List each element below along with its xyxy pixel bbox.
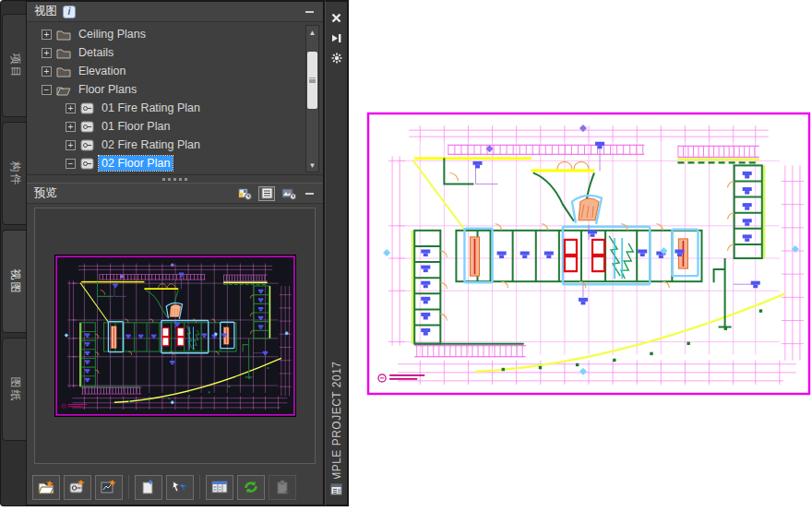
auto-hide-icon[interactable] (329, 30, 344, 45)
tab-views[interactable]: 视图 (2, 230, 28, 333)
close-icon[interactable] (329, 10, 344, 25)
palette-titlebar: 项目导航器 - SAMPLE PROJECT 2017 (325, 0, 349, 506)
expand-icon[interactable]: + (42, 48, 52, 58)
expand-icon[interactable]: + (66, 122, 76, 132)
expand-icon[interactable]: + (66, 140, 76, 150)
collapse-icon[interactable]: − (66, 159, 76, 169)
view-dwg-icon (80, 102, 94, 114)
project-navigator-palette: 项目 构件 视图 图纸 视图 i + Ceiling Plans + Detai… (0, 0, 349, 506)
properties-gear-icon[interactable] (329, 51, 344, 65)
collapse-icon[interactable]: − (42, 85, 52, 95)
folder-icon (56, 29, 71, 41)
view-dwg-icon (80, 158, 94, 170)
preview-title: 预览 (34, 185, 57, 201)
tab-sheets[interactable]: 图纸 (2, 338, 27, 441)
tab-project[interactable]: 项目 (2, 14, 27, 117)
expand-icon[interactable]: + (42, 66, 52, 77)
tree-item-details[interactable]: + Details (27, 43, 323, 62)
tree-item-ceiling-plans[interactable]: + Ceiling Plans (27, 25, 323, 43)
new-category-button[interactable] (32, 475, 60, 500)
view-dwg-icon (80, 121, 94, 133)
document-up-button[interactable] (135, 475, 162, 500)
info-icon[interactable]: i (63, 6, 76, 18)
autocad-drawing-area[interactable] (349, 0, 812, 511)
properties-panel-icon (210, 479, 229, 495)
collapse-tree-button[interactable] (303, 6, 316, 18)
expand-icon[interactable]: + (42, 30, 52, 40)
views-section-header: 视图 i (27, 2, 323, 22)
select-pointer-icon (171, 479, 189, 495)
document-up-icon (140, 479, 157, 495)
new-view-dwg-button[interactable] (64, 475, 91, 500)
new-model-space-view-button[interactable] (95, 475, 123, 500)
view-dwg-icon (80, 139, 94, 151)
open-folder-icon (56, 84, 71, 96)
section-title: 视图 (34, 4, 57, 19)
repath-xref-icon (274, 479, 291, 495)
folder-icon (56, 65, 71, 77)
refresh-icon (242, 479, 260, 495)
new-model-view-icon (100, 479, 118, 495)
floor-plan-drawing[interactable] (366, 112, 811, 396)
properties-panel-button[interactable] (206, 475, 233, 500)
scroll-up-icon[interactable]: ▲ (306, 26, 318, 39)
new-folder-icon (37, 479, 55, 495)
folder-icon (56, 47, 71, 59)
expand-icon[interactable]: + (66, 103, 76, 113)
tab-constructs[interactable]: 构件 (2, 122, 27, 225)
palette-menu-icon[interactable] (329, 481, 344, 496)
select-pointer-button[interactable] (166, 475, 194, 500)
palette-tab-strip: 项目 构件 视图 图纸 (0, 0, 26, 506)
new-view-icon (68, 479, 87, 495)
